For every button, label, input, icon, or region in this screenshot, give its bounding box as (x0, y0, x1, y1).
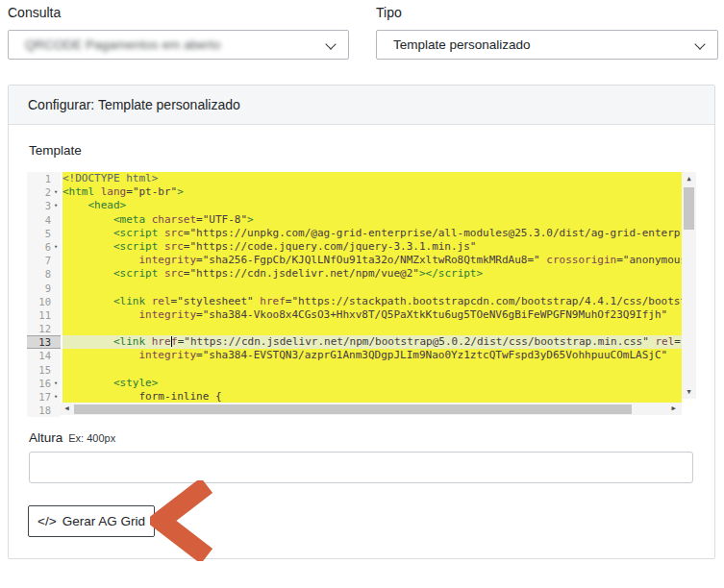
tipo-label: Tipo (376, 5, 402, 20)
line-number: 18 (38, 404, 51, 417)
code-line[interactable]: 3▾ <head> (27, 199, 696, 212)
gutter-cell: 11 (27, 308, 61, 322)
code-line[interactable]: 13 <link href="https://cdn.jsdelivr.net/… (27, 335, 696, 349)
code-text: <link href="https://cdn.jsdelivr.net/npm… (62, 335, 682, 349)
code-line[interactable]: 15 (27, 363, 696, 377)
tipo-select[interactable]: Template personalizado (376, 30, 718, 60)
vertical-scrollbar[interactable]: ▲ ▼ (682, 172, 696, 399)
code-line[interactable]: 4 <meta charset="UTF-8"> (27, 213, 696, 227)
gutter-cell: 10 (27, 295, 61, 308)
code-text: <head> (62, 199, 682, 212)
tipo-selected-value: Template personalizado (393, 37, 531, 52)
consulta-select[interactable]: QRCODE Pagamentos em aberto (8, 30, 349, 60)
code-text: <style> (62, 377, 682, 390)
code-tag-icon: </> (37, 514, 57, 528)
fold-arrow-icon[interactable]: ▾ (51, 377, 61, 390)
line-number: 15 (38, 363, 51, 377)
line-number: 11 (38, 308, 51, 322)
scroll-up-icon[interactable]: ▲ (682, 172, 696, 185)
line-number: 9 (45, 282, 51, 295)
generate-button-label: Gerar AG Grid (62, 514, 145, 528)
code-line[interactable]: 16▾ <style> (27, 377, 696, 390)
gutter-cell: 3▾ (27, 199, 61, 212)
scroll-right-icon[interactable]: ▶ (667, 403, 680, 415)
vertical-scrollbar-thumb[interactable] (684, 187, 694, 230)
line-number: 17 (38, 390, 51, 404)
fold-arrow-icon[interactable]: ▾ (51, 240, 61, 254)
code-text (62, 363, 682, 377)
altura-label: Altura (29, 430, 62, 445)
altura-label-row: Altura Ex: 400px (29, 430, 115, 445)
code-editor[interactable]: 1<!DOCTYPE html>2▾<html lang="pt-br">3▾ … (27, 172, 696, 418)
code-text: integrity="sha256-FgpCb/KJQlLNfOu91ta32o… (62, 254, 682, 267)
gutter-cell: 7 (27, 254, 61, 267)
scroll-down-icon[interactable]: ▼ (682, 385, 696, 399)
code-line[interactable]: 10 <link rel="stylesheet" href="https://… (27, 295, 696, 308)
code-text: <meta charset="UTF-8"> (62, 213, 682, 227)
code-line[interactable]: 7 integrity="sha256-FgpCb/KJQlLNfOu91ta3… (27, 254, 696, 267)
gutter-cell: 4 (27, 213, 61, 227)
code-text: <!DOCTYPE html> (62, 172, 682, 185)
code-line[interactable]: 6▾ <script src="https://code.jquery.com/… (27, 240, 696, 254)
template-label: Template (29, 143, 82, 158)
chevron-down-icon (694, 38, 705, 49)
gutter-cell: 15 (27, 363, 61, 377)
gutter-cell: 2▾ (27, 185, 61, 199)
gutter-cell: 8 (27, 267, 61, 281)
gutter-cell: 1 (27, 172, 61, 185)
panel-header: Configurar: Template personalizado (9, 86, 714, 125)
code-text (62, 322, 682, 335)
code-line[interactable]: 11 integrity="sha384-Vkoo8x4CGsO3+Hhxv8T… (27, 308, 696, 322)
code-line[interactable]: 1<!DOCTYPE html> (27, 172, 696, 185)
code-line[interactable]: 14 integrity="sha384-EVSTQN3/azprG1Anm3Q… (27, 349, 696, 362)
gutter-cell: 9 (27, 282, 61, 295)
horizontal-scrollbar-thumb[interactable] (74, 404, 632, 414)
line-number: 10 (38, 295, 51, 308)
line-number: 13 (38, 335, 51, 349)
code-text: <script src="https://unpkg.com/@ag-grid-… (62, 227, 682, 240)
fold-arrow-icon[interactable]: ▾ (51, 199, 61, 212)
line-number: 16 (38, 377, 51, 390)
gutter-cell: 12 (27, 322, 61, 335)
page: Consulta QRCODE Pagamentos em aberto Tip… (0, 0, 724, 588)
code-text: integrity="sha384-Vkoo8x4CGsO3+Hhxv8T/Q5… (62, 308, 682, 322)
line-number: 7 (45, 254, 51, 267)
horizontal-scrollbar[interactable]: ◀ ▶ (61, 403, 682, 415)
code-text: <script src="https://code.jquery.com/jqu… (62, 240, 682, 254)
consulta-selected-value: QRCODE Pagamentos em aberto (25, 37, 220, 52)
code-editor-lines: 1<!DOCTYPE html>2▾<html lang="pt-br">3▾ … (27, 172, 696, 417)
line-number: 14 (38, 349, 51, 362)
code-line[interactable]: 2▾<html lang="pt-br"> (27, 185, 696, 199)
line-number: 12 (38, 322, 51, 335)
panel-title: Configurar: Template personalizado (28, 97, 240, 112)
altura-hint: Ex: 400px (68, 432, 115, 444)
gutter-cell: 14 (27, 349, 61, 362)
generate-ag-grid-button[interactable]: </> Gerar AG Grid (28, 505, 155, 537)
code-text: integrity="sha384-EVSTQN3/azprG1Anm3QDgp… (62, 349, 682, 362)
code-line[interactable]: 8 <script src="https://cdn.jsdelivr.net/… (27, 267, 696, 281)
code-text (62, 282, 682, 295)
code-line[interactable]: 9 (27, 282, 696, 295)
gutter-cell: 6▾ (27, 240, 61, 254)
code-text: <script src="https://cdn.jsdelivr.net/np… (62, 267, 682, 281)
code-text: <link rel="stylesheet" href="https://sta… (62, 295, 682, 308)
scroll-left-icon[interactable]: ◀ (61, 403, 73, 415)
code-line[interactable]: 5 <script src="https://unpkg.com/@ag-gri… (27, 227, 696, 240)
line-number: 4 (45, 213, 51, 227)
gutter-cell: 18 (27, 404, 61, 417)
line-number: 8 (45, 267, 51, 281)
gutter-cell: 17▾ (27, 390, 61, 404)
code-line[interactable]: 12 (27, 322, 696, 335)
altura-input[interactable] (29, 452, 693, 483)
fold-arrow-icon[interactable]: ▾ (51, 390, 61, 404)
chevron-down-icon (325, 38, 336, 49)
consulta-label: Consulta (8, 5, 61, 20)
line-number: 1 (45, 172, 51, 185)
gutter-cell: 13 (27, 335, 61, 349)
code-text: <html lang="pt-br"> (62, 185, 682, 199)
fold-arrow-icon[interactable]: ▾ (51, 185, 61, 199)
gutter-cell: 5 (27, 227, 61, 240)
gutter-cell: 16▾ (27, 377, 61, 390)
line-number: 5 (45, 227, 51, 240)
